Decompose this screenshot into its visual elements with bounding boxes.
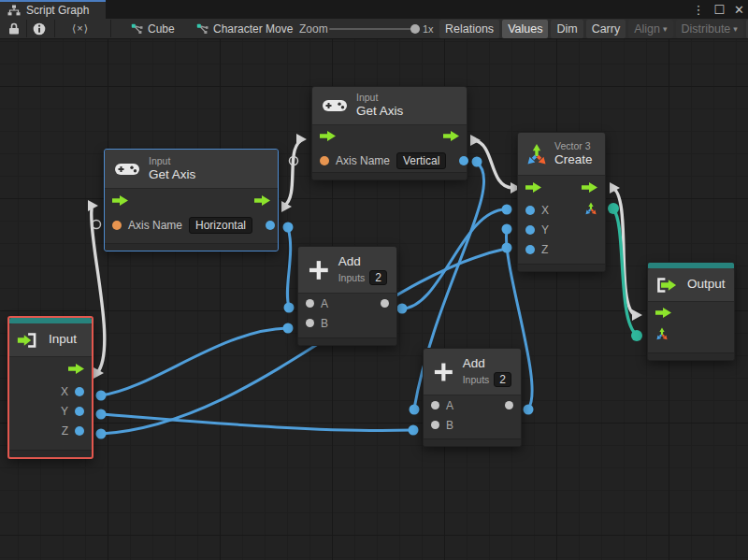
kebab-menu-icon[interactable]: ⋮ [692, 4, 704, 16]
node-get-axis-vertical[interactable]: Input Get Axis Axis Name Vertical [311, 86, 468, 180]
node-add-1[interactable]: Add Inputs 2 A B [297, 246, 397, 346]
close-icon[interactable]: ✕ [734, 4, 744, 16]
dim-button[interactable]: Dim [551, 20, 583, 38]
zoom-slider-handle[interactable] [410, 24, 420, 34]
values-button[interactable]: Values [502, 20, 548, 38]
info-button[interactable] [31, 19, 48, 38]
node-category: Input [356, 92, 403, 104]
zoom-control: Zoom [299, 19, 328, 38]
tab-bar: Script Graph ⋮ ☐ ✕ [0, 0, 748, 19]
wire-input-y-to-add2-b [101, 414, 412, 430]
info-icon [33, 22, 46, 36]
lock-button[interactable] [6, 19, 22, 38]
axis-name-field[interactable]: Horizontal [189, 217, 252, 234]
node-category: Input [149, 155, 195, 167]
lock-icon [8, 22, 20, 35]
breadcrumb-graph-character-move[interactable]: Character Move [196, 19, 293, 38]
maximize-icon[interactable]: ☐ [713, 4, 725, 16]
node-title: Get Axis [149, 167, 195, 183]
port-y[interactable] [525, 225, 535, 235]
flow-out-port[interactable] [68, 361, 84, 378]
inputs-count-field[interactable]: 2 [369, 270, 387, 285]
code-angle-icon: ⟨×⟩ [72, 22, 89, 35]
sum-out-port[interactable] [381, 299, 389, 308]
port-x-out[interactable] [75, 387, 84, 396]
node-title: Add [338, 254, 387, 270]
gamepad-icon [114, 162, 140, 177]
node-get-axis-horizontal[interactable]: Input Get Axis Axis Name Horizontal [104, 149, 279, 251]
flow-in-port[interactable] [525, 179, 541, 196]
wire-input-x-to-add1-b [101, 328, 287, 395]
node-title: Output [687, 277, 726, 293]
tab-script-graph[interactable]: Script Graph [0, 0, 106, 19]
carry-button[interactable]: Carry [586, 20, 626, 38]
graph-canvas[interactable]: Input Get Axis Axis Name Vertical Input [0, 39, 748, 560]
value-out-port[interactable] [266, 221, 275, 230]
node-graph-output[interactable]: Output [647, 262, 735, 361]
vector3-result-port[interactable] [584, 202, 597, 219]
port-z[interactable] [525, 245, 535, 254]
node-footer [105, 243, 278, 251]
port-x[interactable] [525, 206, 535, 215]
graph-asset-icon [131, 23, 143, 35]
align-dropdown[interactable]: Align▾ [628, 20, 672, 38]
zoom-label: Zoom [299, 22, 328, 36]
input-bracket-icon [17, 332, 41, 349]
node-title: Get Axis [356, 104, 403, 120]
wire-flow-vertical-to-create [473, 140, 512, 188]
toolbar-separator [110, 20, 111, 37]
port-a[interactable] [306, 299, 314, 308]
node-footer [298, 337, 396, 345]
port-a[interactable] [431, 401, 439, 409]
port-b[interactable] [431, 421, 439, 429]
port-y-out[interactable] [75, 407, 84, 416]
node-footer [9, 450, 92, 457]
inputs-label: Inputs [463, 374, 490, 386]
graph-name: Cube [148, 22, 175, 36]
distribute-dropdown[interactable]: Distribute▾ [676, 20, 743, 38]
tab-title: Script Graph [26, 4, 89, 17]
toolbar-toggle-group: Relations Values Dim Carry Align▾ Distri… [439, 20, 748, 38]
chevron-down-icon: ▾ [733, 24, 738, 34]
port-b[interactable] [306, 319, 314, 327]
wire-flow-horizontal-to-vertical [284, 141, 300, 206]
output-bracket-icon [655, 277, 680, 294]
graph-asset-icon [196, 23, 209, 35]
window-controls: ⋮ ☐ ✕ [692, 0, 744, 19]
zoom-slider[interactable] [329, 28, 415, 30]
code-view-button[interactable]: ⟨×⟩ [62, 19, 99, 38]
flow-out-port[interactable] [582, 179, 597, 196]
zoom-value: 1x [423, 19, 434, 38]
axis-name-port[interactable] [112, 221, 122, 230]
param-label: Axis Name [336, 154, 390, 167]
relations-button[interactable]: Relations [439, 20, 499, 38]
flow-out-port[interactable] [443, 128, 459, 145]
inputs-count-field[interactable]: 2 [494, 372, 511, 387]
param-label: Axis Name [128, 219, 182, 232]
sum-out-port[interactable] [505, 401, 513, 409]
toolbar-separator [54, 20, 55, 37]
plus-icon [433, 361, 454, 383]
flow-in-port[interactable] [320, 128, 336, 145]
axis-name-field[interactable]: Vertical [396, 152, 446, 169]
plus-icon [308, 259, 330, 281]
gamepad-icon [322, 98, 348, 113]
node-graph-input[interactable]: Input X Y Z [7, 316, 94, 459]
value-out-port[interactable] [459, 156, 468, 165]
wire-flow-create-to-output [612, 188, 635, 315]
node-category: Vector 3 [554, 140, 593, 152]
flow-in-port[interactable] [655, 305, 671, 322]
flow-in-port[interactable] [112, 193, 128, 209]
axis-name-port[interactable] [320, 156, 329, 165]
node-footer [312, 172, 467, 179]
node-title: Input [49, 332, 77, 348]
breadcrumb-graph-cube[interactable]: Cube [131, 19, 175, 38]
node-footer [648, 352, 734, 360]
node-vector3-create[interactable]: Vector 3 Create X Y Z [517, 132, 606, 272]
node-title: Create [554, 152, 593, 168]
node-add-2[interactable]: Add Inputs 2 A B [423, 348, 522, 447]
flow-out-port[interactable] [254, 193, 270, 209]
node-footer [518, 264, 605, 271]
port-z-out[interactable] [75, 426, 84, 436]
vector3-in-port[interactable] [655, 327, 669, 344]
